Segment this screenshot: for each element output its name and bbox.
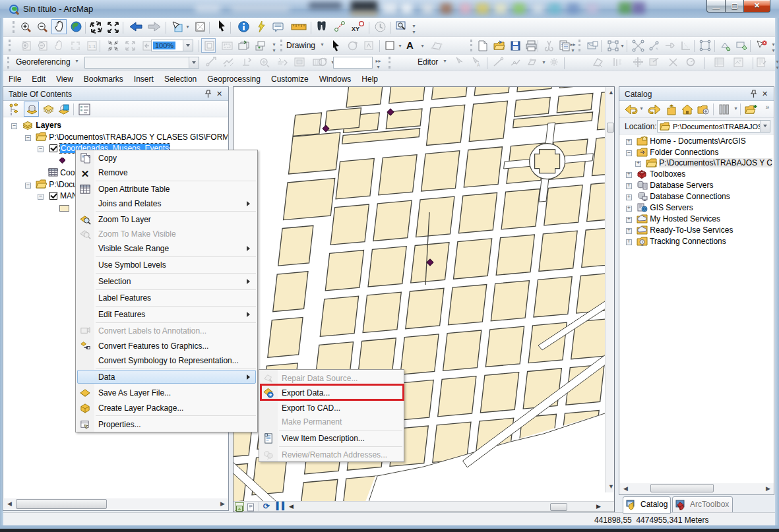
svg-text:XY: XY bbox=[352, 26, 359, 32]
svg-text:1:1: 1:1 bbox=[88, 44, 96, 49]
svg-text:A: A bbox=[477, 63, 480, 67]
